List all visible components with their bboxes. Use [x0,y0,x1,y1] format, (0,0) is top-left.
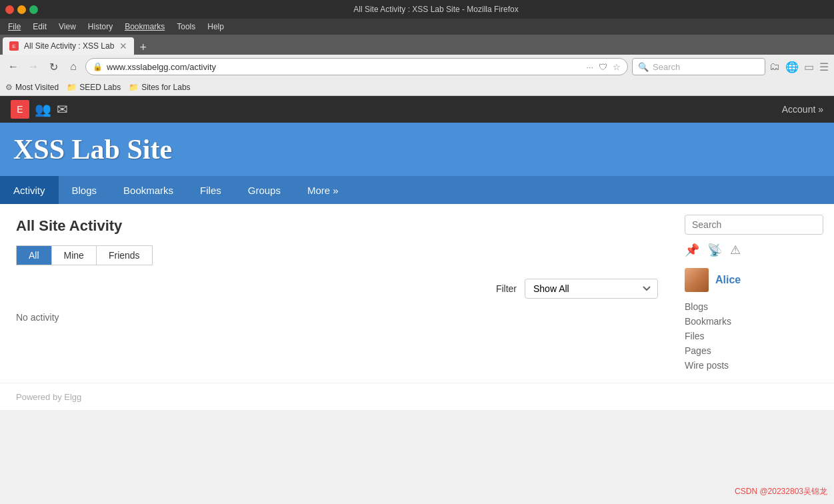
tab-close-button[interactable]: ✕ [119,41,127,51]
minimize-window-button[interactable] [17,5,26,14]
new-tab-button[interactable]: + [134,41,152,55]
url-text: www.xsslabelgg.com/activity [107,62,582,72]
tab-all[interactable]: All [17,246,52,265]
filter-label: Filter [496,283,517,294]
search-icon: 🔍 [638,62,649,72]
bookmark-most-visited[interactable]: ⚙ Most Visited [5,83,59,92]
sidebar-toggle-icon[interactable]: ▭ [804,61,814,73]
watermark: CSDN @20232803吴锦龙 [735,486,827,497]
back-button[interactable]: ← [5,59,21,75]
nav-activity[interactable]: Activity [0,176,59,204]
nav-blogs[interactable]: Blogs [59,176,111,204]
nav-groups[interactable]: Groups [235,176,294,204]
filter-select[interactable]: Show All Blogs Bookmarks Files Groups Pa… [525,279,658,299]
pin-icon[interactable]: 📌 [685,243,699,257]
window-controls [5,5,38,14]
sidebar-links: Blogs Bookmarks Files Pages Wire posts [685,300,823,372]
toolbar-icons: 🗂 🌐 ▭ ☰ [769,61,829,73]
folder-icon-1: 📁 [67,83,77,92]
bookmark-sites-label: Sites for Labs [141,83,190,92]
bookmark-star-icon[interactable]: ☆ [613,62,621,72]
sidebar-link-blogs[interactable]: Blogs [685,300,823,313]
tab-label: All Site Activity : XSS Lab [24,41,114,51]
shield-icon[interactable]: 🛡 [599,62,607,72]
bookmark-most-visited-label: Most Visited [15,83,59,92]
browser-search-box[interactable]: 🔍 Search [632,58,765,75]
library-icon[interactable]: 🗂 [769,61,780,73]
rss-icon[interactable]: 📡 [707,243,722,257]
site-avatar[interactable]: E [11,100,29,119]
folder-icon-2: 📁 [129,83,139,92]
filter-row: Filter Show All Blogs Bookmarks Files Gr… [16,279,658,299]
account-link[interactable]: Account » [782,104,823,115]
people-icon[interactable]: 👥 [35,101,51,117]
sidebar-search-input[interactable] [685,215,823,235]
window-title: All Site Activity : XSS Lab Site - Mozil… [43,5,829,14]
user-name[interactable]: Alice [715,274,741,286]
site-header: XSS Lab Site [0,123,834,176]
browser-tab-active[interactable]: E All Site Activity : XSS Lab ✕ [3,37,134,55]
title-bar: All Site Activity : XSS Lab Site - Mozil… [0,0,834,19]
sidebar-link-bookmarks[interactable]: Bookmarks [685,315,823,328]
nav-bookmarks[interactable]: Bookmarks [110,176,187,204]
home-button[interactable]: ⌂ [65,59,81,75]
maximize-window-button[interactable] [29,5,38,14]
tab-favicon: E [9,41,19,51]
main-area: All Site Activity All Mine Friends Filte… [0,204,834,383]
sidebar-link-pages[interactable]: Pages [685,344,823,357]
avatar[interactable] [685,268,709,292]
bookmark-seed-labs[interactable]: 📁 SEED Labs [67,83,121,92]
footer: Powered by Elgg [0,383,834,410]
search-placeholder: Search [653,62,680,72]
alert-icon[interactable]: ⚠ [730,243,741,257]
address-bar: ← → ↻ ⌂ 🔒 www.xsslabelgg.com/activity ··… [0,55,834,79]
bookmark-seed-labs-label: SEED Labs [79,83,121,92]
menu-tools[interactable]: Tools [171,21,201,33]
nav-files[interactable]: Files [187,176,235,204]
menu-history[interactable]: History [83,21,118,33]
tab-mine[interactable]: Mine [52,246,97,265]
menu-file[interactable]: File [3,21,26,33]
footer-text: Powered by Elgg [16,392,81,402]
menu-help[interactable]: Help [202,21,229,33]
activity-content: All Site Activity All Mine Friends Filte… [0,204,674,383]
site-title: XSS Lab Site [13,133,172,165]
site-top-nav: E 👥 ✉ Account » [0,96,834,123]
mail-icon[interactable]: ✉ [57,101,68,117]
lock-icon: 🔒 [93,62,103,71]
globe-icon[interactable]: 🌐 [785,61,799,73]
gear-icon: ⚙ [5,83,13,92]
tab-friends[interactable]: Friends [97,246,152,265]
no-activity-text: No activity [16,312,658,323]
forward-button[interactable]: → [25,59,41,75]
activity-tabs: All Mine Friends [16,245,153,265]
page-title: All Site Activity [16,217,658,235]
bookmark-sites-for-labs[interactable]: 📁 Sites for Labs [129,83,190,92]
reload-button[interactable]: ↻ [45,59,61,75]
bookmarks-bar: ⚙ Most Visited 📁 SEED Labs 📁 Sites for L… [0,79,834,96]
sidebar-action-icons: 📌 📡 ⚠ [685,243,823,257]
menu-icon[interactable]: ☰ [819,61,829,73]
avatar-image [685,268,709,292]
url-box[interactable]: 🔒 www.xsslabelgg.com/activity ··· 🛡 ☆ [85,58,628,75]
url-more-icon[interactable]: ··· [586,62,593,72]
sidebar-link-wire[interactable]: Wire posts [685,359,823,372]
tab-bar: E All Site Activity : XSS Lab ✕ + [0,35,834,55]
menu-bookmarks[interactable]: Bookmarks [119,21,170,33]
menu-view[interactable]: View [53,21,81,33]
user-row: Alice [685,268,823,292]
sidebar: 📌 📡 ⚠ Alice Blogs Bookmarks Files Pages … [674,204,834,383]
nav-menu: Activity Blogs Bookmarks Files Groups Mo… [0,176,834,204]
sidebar-link-files[interactable]: Files [685,329,823,343]
nav-more[interactable]: More » [294,176,352,204]
menu-bar: File Edit View History Bookmarks Tools H… [0,19,834,35]
close-window-button[interactable] [5,5,14,14]
url-action-icons: ··· 🛡 ☆ [586,62,621,72]
site-nav-left: E 👥 ✉ [11,100,68,119]
menu-edit[interactable]: Edit [27,21,52,33]
